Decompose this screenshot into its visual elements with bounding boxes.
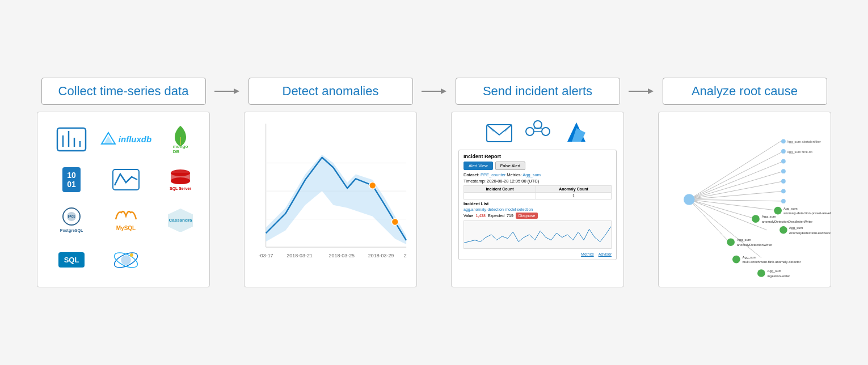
sqlserver-logo: SQL Server [158, 164, 203, 195]
false-alert-btn[interactable]: False Alert [495, 162, 525, 170]
svg-point-37 [526, 128, 534, 135]
mysql-text: MySQL [115, 225, 137, 231]
step-rootcause: Analyze root cause [658, 78, 831, 287]
step-rootcause-label: Analyze root cause [692, 84, 798, 98]
svg-text:Cassandra: Cassandra [169, 218, 192, 223]
svg-point-16 [121, 256, 130, 265]
report-title: Incident Report [464, 154, 612, 159]
arrow-2 [417, 84, 451, 98]
azure-icon [563, 120, 590, 144]
webhook-icon [524, 120, 551, 144]
svg-marker-21 [234, 88, 239, 94]
svg-point-28 [391, 219, 398, 226]
report-links-row: Metrics Advisor [464, 251, 612, 256]
step-collect: Collect time-series data [37, 78, 210, 287]
center-node [684, 194, 695, 205]
svg-line-56 [689, 200, 778, 211]
cosmos-logo [103, 244, 149, 275]
incident-count-header: Incident Count [464, 186, 536, 193]
datasource-grid: influxdb mongoDB 1001 [37, 112, 209, 287]
svg-text:ingestion-writer: ingestion-writer [768, 274, 790, 278]
pipeline: Collect time-series data [14, 66, 854, 299]
alert-view-btn[interactable]: Alert View [464, 162, 493, 170]
node-deadletterwriter [752, 215, 760, 223]
svg-line-49 [689, 162, 783, 200]
svg-point-59 [781, 139, 786, 143]
report-links: Metrics Advisor [581, 252, 612, 256]
timestamp-value: 2020-08-28 12:05:00 (UTC) [487, 179, 539, 184]
svg-marker-46 [648, 88, 654, 94]
incident-id: agg.anomaly-detection-model-selection [464, 207, 612, 211]
svg-text:-03-17: -03-17 [259, 253, 273, 258]
svg-point-39 [534, 121, 542, 129]
svg-text:2018-03-21: 2018-03-21 [286, 253, 313, 258]
report-btn-row[interactable]: Alert View False Alert [464, 162, 612, 170]
svg-text:Agg_sum flink-db: Agg_sum flink-db [787, 150, 813, 154]
svg-point-62 [781, 169, 786, 173]
node-ingestion [757, 269, 765, 277]
svg-text:2018-03-29: 2018-03-29 [368, 253, 394, 258]
metrics-link[interactable]: Metrics [581, 252, 594, 256]
step-collect-content: influxdb mongoDB 1001 [37, 112, 210, 287]
mongo-logo: mongoDB [158, 124, 203, 155]
node-detectionwriter [727, 238, 735, 246]
svg-marker-35 [441, 88, 446, 94]
cassandra-logo: Cassandra [158, 204, 203, 235]
sql-text: SQL [58, 252, 85, 268]
step-detect: Detect anomalies [244, 78, 417, 287]
101db-logo: 1001 [49, 164, 94, 195]
svg-line-58 [689, 200, 761, 258]
step-rootcause-content: Agg_sum anomalyDetectionDeadletterWriter… [658, 112, 831, 287]
wavefront-logo [103, 164, 149, 195]
report-dataset-row: Dataset: PPE_counter Metrics: Agg_sum [464, 172, 612, 177]
grafana-logo [49, 124, 94, 155]
anomaly-chart: -03-17 2018-03-21 2018-03-25 2018-03-29 … [245, 112, 416, 287]
dataset-value: PPE_counter [481, 172, 505, 177]
mysql-logo: MySQL [103, 204, 149, 235]
metric-value: Agg_sum [523, 172, 541, 177]
svg-text:AnomalyDetectionFeedbackTaken: AnomalyDetectionFeedbackTaken [789, 231, 831, 235]
anomaly-count-header: Anomaly Count [536, 186, 612, 193]
advisor-link[interactable]: Advisor [599, 252, 612, 256]
node-preset [774, 207, 782, 215]
svg-line-54 [689, 200, 756, 219]
incident-count-value [464, 193, 536, 200]
step-collect-label-box: Collect time-series data [41, 78, 206, 105]
svg-point-63 [781, 179, 786, 184]
alert-icons-row [458, 120, 617, 144]
step-alert-label: Send incident alerts [483, 84, 592, 98]
svg-point-38 [542, 128, 550, 135]
svg-point-65 [781, 199, 786, 203]
arrow-3 [624, 84, 658, 98]
svg-rect-0 [57, 128, 86, 151]
step-alert-content: Incident Report Alert View False Alert D… [451, 112, 624, 287]
arrow-1 [210, 84, 244, 98]
svg-text:anomalyDetectionWriter: anomalyDetectionWriter [737, 243, 772, 247]
svg-line-57 [689, 200, 731, 244]
incident-report: Incident Report Alert View False Alert D… [458, 150, 617, 260]
postgres-logo: PG PostgreSQL [49, 204, 94, 235]
101db-text: 1001 [62, 167, 81, 192]
svg-point-10 [171, 177, 190, 184]
svg-text:PG: PG [68, 214, 75, 219]
postgres-text: PostgreSQL [60, 228, 83, 232]
node-feedback [779, 226, 787, 234]
svg-point-60 [781, 149, 786, 154]
svg-point-61 [781, 159, 786, 164]
incident-list-label: Incident List [464, 201, 612, 206]
svg-point-27 [369, 182, 376, 189]
email-icon [486, 120, 513, 144]
label-feedback: Agg_sum [789, 226, 803, 230]
diagnose-btn[interactable]: Diagnose [516, 213, 538, 219]
svg-text:anomaly-detection-preset-aleve: anomaly-detection-preset-alevel [783, 211, 831, 215]
label-ingestion: Agg_sum [768, 269, 782, 273]
step-rootcause-label-box: Analyze root cause [663, 78, 827, 105]
svg-point-19 [130, 253, 133, 257]
sqlserver-text: SQL Server [170, 186, 191, 190]
anomaly-count-value: 1 [536, 193, 612, 200]
step-collect-label: Collect time-series data [58, 84, 189, 98]
expected-value: 719 [507, 214, 513, 218]
label-deadletterwriter: Agg_sum [762, 215, 776, 218]
label-detectionwriter: Agg_sum [737, 238, 751, 241]
svg-text:Agg_sum alertalertfilter: Agg_sum alertalertfilter [787, 140, 821, 143]
